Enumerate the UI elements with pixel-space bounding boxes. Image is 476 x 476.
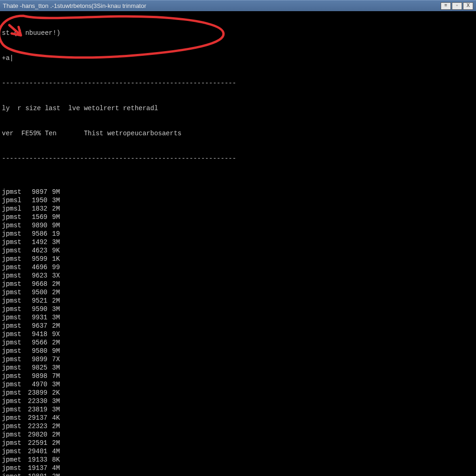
row-size: 1K [52,255,71,263]
row-mid: 22323 [26,422,52,430]
row-name: jpmst [2,422,26,430]
close-button[interactable]: X [463,2,473,10]
row-size: 2M [52,338,71,347]
row-size: 7X [52,355,71,364]
row-mid: 1492 [26,238,52,246]
row-mid: 1832 [26,205,52,213]
table-row: jpmst95903M [2,305,474,313]
row-size: 9K [52,246,71,255]
row-mid: 9418 [26,330,52,338]
table-row: jpmst98253M [2,364,474,372]
table-row: jpmst98997X [2,355,474,364]
row-size: 2M [52,439,71,447]
row-name: jpmsl [2,205,26,213]
column-headers-a: ly r size last lve wetolrert retheradl [2,104,474,112]
row-size: 3M [52,380,71,389]
header-line-1: +a| [2,54,474,62]
row-size: 2M [52,280,71,288]
row-name: jpmst [2,238,26,246]
row-name: jpmst [2,305,26,313]
row-name: jpmst [2,330,26,338]
table-row: jpmst294014M [2,447,474,456]
row-size: 2M [52,297,71,305]
row-mid: 19133 [26,456,52,464]
row-size: 9X [52,330,71,338]
maximize-button[interactable]: ▫ [452,2,462,10]
row-mid: 22330 [26,397,52,405]
table-row: jpmst238992K [2,389,474,397]
row-size: 3M [52,238,71,246]
table-row: jpmst96682M [2,280,474,288]
row-name: jpmst [2,288,26,297]
row-size: 2M [52,422,71,430]
table-row: jpmst95002M [2,288,474,297]
row-size: 7M [52,372,71,380]
row-mid: 9825 [26,364,52,372]
row-mid: 23819 [26,405,52,414]
row-mid: 9898 [26,372,52,380]
table-row: jpmet198012M [2,472,474,476]
row-size: 2M [52,205,71,213]
row-name: jpmst [2,271,26,280]
row-size: 8K [52,456,71,464]
row-size: 2M [52,472,71,476]
row-name: jpmst [2,355,26,364]
row-name: jpmst [2,389,26,397]
table-row: jpmst96372M [2,322,474,330]
row-size: 4M [52,447,71,456]
row-name: jpmet [2,456,26,464]
table-row: jpmst223232M [2,422,474,430]
row-name: jpmst [2,246,26,255]
listing-rows: jpmst98979Mjpmsl19503Mjpmsl18322Mjpmst15… [2,188,474,476]
row-mid: 9897 [26,188,52,196]
row-mid: 9623 [26,271,52,280]
table-row: jpmst95809M [2,347,474,355]
column-headers-b: ver FE59% Ten Thist wetropeucarbosaerts [2,129,474,138]
divider-bottom: ----------------------------------------… [2,154,474,163]
row-size: 3M [52,313,71,322]
row-name: jpmst [2,405,26,414]
table-row: jpmst298202M [2,430,474,439]
row-mid: 9899 [26,355,52,364]
row-mid: 9566 [26,338,52,347]
row-size: 3M [52,305,71,313]
row-size: 9M [52,221,71,230]
row-size: 3X [52,271,71,280]
row-name: jpmst [2,372,26,380]
row-name: jpmst [2,414,26,422]
row-name: jpmst [2,464,26,472]
row-name: jpmst [2,322,26,330]
row-name: jpmst [2,447,26,456]
table-row: jpmst98979M [2,188,474,196]
row-mid: 4970 [26,380,52,389]
table-row: jpmet191338K [2,456,474,464]
row-name: jpmst [2,380,26,389]
header-line-0: st (/ nbuueer!) [2,29,474,37]
terminal-viewport[interactable]: st (/ nbuueer!) +a| --------------------… [0,11,476,476]
table-row: jpmst96233X [2,271,474,280]
table-row: jpmst95662M [2,338,474,347]
window-controls: = ▫ X [441,2,473,10]
minimize-button[interactable]: = [441,2,451,10]
row-name: jpmst [2,397,26,405]
table-row: jpmst291374K [2,414,474,422]
row-mid: 9500 [26,288,52,297]
row-size: 3M [52,364,71,372]
row-name: jpmst [2,297,26,305]
table-row: jpmsl19503M [2,196,474,205]
row-size: 4M [52,464,71,472]
row-mid: 9668 [26,280,52,288]
row-size: 3M [52,397,71,405]
row-mid: 19801 [26,472,52,476]
row-mid: 4696 [26,263,52,271]
table-row: jpmst98987M [2,372,474,380]
row-mid: 22591 [26,439,52,447]
row-size: 19 [52,230,71,238]
row-mid: 9580 [26,347,52,355]
row-size: 9M [52,347,71,355]
row-size: 3M [52,196,71,205]
row-name: jpmsl [2,196,26,205]
table-row: jpmst14923M [2,238,474,246]
row-name: jpmst [2,430,26,439]
row-name: jpmst [2,338,26,347]
